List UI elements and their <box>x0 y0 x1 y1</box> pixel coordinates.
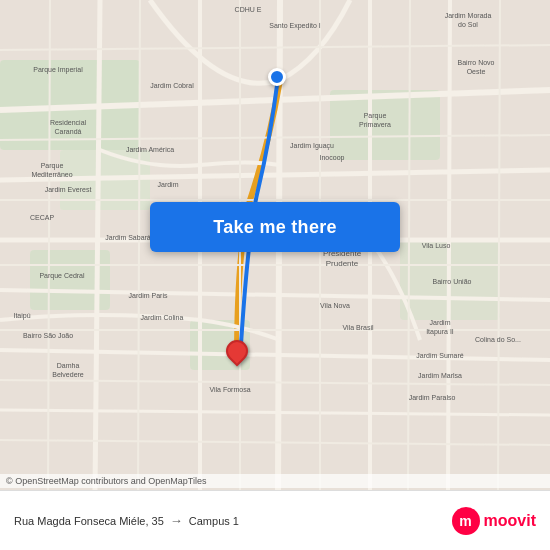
svg-text:Itaipú: Itaipú <box>13 312 30 320</box>
svg-text:Primavera: Primavera <box>359 121 391 128</box>
svg-text:Jardim América: Jardim América <box>126 146 174 153</box>
moovit-logo: m moovit <box>452 507 536 535</box>
svg-text:Jardim Paris: Jardim Paris <box>129 292 168 299</box>
svg-text:Itapura II: Itapura II <box>426 328 454 336</box>
svg-text:Prudente: Prudente <box>326 259 359 268</box>
svg-text:Bairro São João: Bairro São João <box>23 332 73 339</box>
svg-text:Residencial: Residencial <box>50 119 87 126</box>
svg-text:CECAP: CECAP <box>30 214 54 221</box>
map-attribution: © OpenStreetMap contributors and OpenMap… <box>0 474 550 488</box>
svg-text:CDHU E: CDHU E <box>235 6 262 13</box>
svg-text:Jardim Paralso: Jardim Paralso <box>409 394 456 401</box>
svg-text:Colina do So...: Colina do So... <box>475 336 521 343</box>
take-me-there-button[interactable]: Take me there <box>150 202 400 252</box>
origin-marker <box>268 68 286 86</box>
svg-text:Jardim Sabará: Jardim Sabará <box>105 234 151 241</box>
svg-text:do Sol: do Sol <box>458 21 478 28</box>
svg-text:Jardim: Jardim <box>429 319 450 326</box>
svg-text:Bairro Novo: Bairro Novo <box>458 59 495 66</box>
svg-text:Mediterrâneo: Mediterrâneo <box>31 171 72 178</box>
svg-text:Jardim Morada: Jardim Morada <box>445 12 492 19</box>
svg-text:Vila Brasil: Vila Brasil <box>343 324 374 331</box>
svg-text:Damha: Damha <box>57 362 80 369</box>
route-from: Rua Magda Fonseca Miéle, 35 <box>14 515 164 527</box>
route-to: Campus 1 <box>189 515 239 527</box>
svg-text:Vila Nova: Vila Nova <box>320 302 350 309</box>
map-container: CDHU E Santo Expedito I Jardim Morada do… <box>0 0 550 490</box>
svg-text:Parque Cedral: Parque Cedral <box>39 272 85 280</box>
svg-text:Jardim: Jardim <box>157 181 178 188</box>
moovit-icon: m <box>452 507 480 535</box>
button-label: Take me there <box>213 217 337 238</box>
svg-text:Vila Formosa: Vila Formosa <box>209 386 250 393</box>
svg-text:Jardim Cobral: Jardim Cobral <box>150 82 194 89</box>
route-arrow: → <box>170 513 183 528</box>
svg-text:Vila Luso: Vila Luso <box>422 242 451 249</box>
svg-text:Parque Imperial: Parque Imperial <box>33 66 83 74</box>
svg-text:Jardim Everest: Jardim Everest <box>45 186 92 193</box>
bottom-bar: Rua Magda Fonseca Miéle, 35 → Campus 1 m… <box>0 490 550 550</box>
svg-text:Carandá: Carandá <box>55 128 82 135</box>
moovit-text: moovit <box>484 512 536 530</box>
svg-text:Jardim Colina: Jardim Colina <box>141 314 184 321</box>
svg-text:Jardim Sumaré: Jardim Sumaré <box>416 352 464 359</box>
svg-text:Santo Expedito I: Santo Expedito I <box>269 22 320 30</box>
svg-text:Oeste: Oeste <box>467 68 486 75</box>
svg-text:Inocoop: Inocoop <box>320 154 345 162</box>
svg-text:Jardim Marlsa: Jardim Marlsa <box>418 372 462 379</box>
svg-text:Parque: Parque <box>41 162 64 170</box>
route-info: Rua Magda Fonseca Miéle, 35 → Campus 1 <box>14 513 444 528</box>
svg-text:Belvedere: Belvedere <box>52 371 84 378</box>
svg-text:Parque: Parque <box>364 112 387 120</box>
svg-text:Bairro União: Bairro União <box>433 278 472 285</box>
svg-text:Jardim Iguaçu: Jardim Iguaçu <box>290 142 334 150</box>
